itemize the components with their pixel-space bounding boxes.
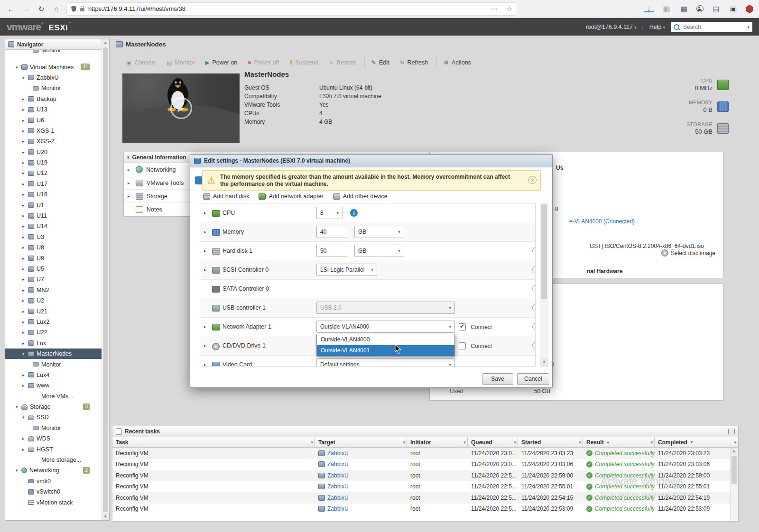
twisty-icon[interactable] [22,245,28,250]
column-filter-caret-icon[interactable]: ▾ [403,440,405,445]
target-link[interactable]: ZabbixU [327,472,349,479]
twisty-icon[interactable] [22,150,28,155]
sidebar-item[interactable]: Backup [5,94,102,104]
expand-icon[interactable] [128,194,132,199]
sidebar-item[interactable]: More storage... [5,455,102,465]
scroll-thumb[interactable] [541,204,547,299]
sidebar-item[interactable]: Networking 2 [5,465,102,476]
task-row[interactable]: Reconfig VM ZabbixU root 11/24/2020 23:0… [112,459,738,470]
hard-disk-unit-select[interactable]: GB▾ [354,245,404,257]
tasks-scrollbar[interactable]: ▲ [730,448,738,521]
address-bar[interactable]: https://176.9.4.117/ui/#/host/vms/38 ⋯ ☆ [66,2,517,16]
twisty-icon[interactable] [22,341,28,346]
dialog-title-bar[interactable]: Edit settings - MasterNodes (ESXi 7.0 vi… [190,155,552,167]
cpu-info-icon[interactable]: i [350,209,358,217]
forward-icon[interactable]: → [21,5,31,13]
scroll-down-icon[interactable]: ▼ [540,358,548,366]
add-device-button[interactable]: Add hard disk [203,193,249,200]
toolbar-button[interactable]: Edit [364,57,394,68]
column-filter-caret-icon[interactable]: ▾ [650,440,653,445]
expand-icon[interactable] [128,181,132,185]
sidebar-item[interactable]: U19 [5,157,102,168]
sidebar-item[interactable]: U14 [5,221,102,231]
dismiss-warning-icon[interactable]: × [528,176,537,184]
twisty-icon[interactable] [22,118,28,123]
tasks-column-header[interactable]: Initiator ▾ [407,437,468,448]
sidebar-item[interactable]: XGS-2 [5,136,102,147]
sidebar-item[interactable]: MN2 [5,285,102,295]
tasks-column-header[interactable]: Task ▾ [112,437,315,448]
twisty-icon[interactable] [16,404,21,409]
sidebar-item[interactable]: Lux [5,338,102,349]
reader-icon[interactable]: ▤ [711,5,721,13]
twisty-icon[interactable] [22,277,28,282]
twisty-icon[interactable] [22,447,28,452]
sidebar-item-monitor-cut[interactable]: Monitor [5,50,102,55]
twisty-icon[interactable] [22,97,28,101]
sidebar-item[interactable]: ZabbixU [5,73,102,83]
sidebar-item[interactable]: SSD [5,412,102,422]
expand-cpu-icon[interactable] [204,211,206,215]
sidebar-icon[interactable]: ▦ [679,5,689,13]
dialog-scrollbar[interactable]: ▼ [540,203,548,367]
sidebar-item[interactable]: U7 [5,274,102,284]
tasks-column-header[interactable]: Queued ▾ [468,437,518,448]
twisty-icon[interactable] [22,266,28,271]
remove-usb-icon[interactable]: × [532,304,536,312]
toolbar-button[interactable]: Power on [200,57,242,68]
task-row[interactable]: Reconfig VM ZabbixU root 11/24/2020 22:5… [112,492,738,504]
tasks-column-header[interactable]: Started ▾ [518,437,583,448]
column-filter-caret-icon[interactable]: ▾ [734,440,736,445]
tasks-column-header[interactable]: Result ▾ [583,437,655,448]
target-link[interactable]: ZabbixU [327,450,349,457]
twisty-icon[interactable] [22,160,28,165]
sidebar-item[interactable]: U16 [5,189,102,200]
library-icon[interactable]: ▥ [661,5,672,13]
twisty-icon[interactable] [22,298,28,303]
play-overlay-icon[interactable]: ▶ [170,97,192,119]
twisty-icon[interactable] [22,256,28,261]
network-portgroup-select[interactable]: Outside-VLAN4000▾ [316,321,455,333]
sidebar-item[interactable]: U8 [5,242,102,253]
search-input[interactable] [682,23,744,31]
expand-icon[interactable] [128,167,132,172]
sidebar-item[interactable]: U2 [5,295,102,306]
sidebar-item[interactable]: U11 [5,211,102,221]
toolbar-button[interactable]: Monitor [162,57,199,68]
collapse-icon[interactable]: ▾ [127,155,130,160]
home-icon[interactable]: ⌂ [51,5,62,13]
sidebar-item[interactable]: XGS-1 [5,126,102,136]
expand-hard-disk-icon[interactable] [204,248,206,253]
bookmark-star-icon[interactable]: ☆ [507,5,512,12]
twisty-icon[interactable] [22,128,28,133]
expand-network-icon[interactable] [204,324,206,329]
twisty-icon[interactable] [22,415,28,420]
sidebar-item[interactable]: U3 [5,232,102,242]
sidebar-item[interactable]: Monitor [5,423,102,433]
cancel-button[interactable]: Cancel [517,373,549,385]
scroll-thumb[interactable] [103,47,108,512]
screenshot-icon[interactable]: ▣ [728,5,739,13]
expand-scsi-icon[interactable] [204,267,206,272]
sidebar-item[interactable]: U9 [5,253,102,263]
twisty-icon[interactable] [22,373,28,377]
column-filter-caret-icon[interactable]: ▾ [463,440,466,445]
select-disc-image-button[interactable]: Select disc image [661,249,715,257]
toolbar-button[interactable]: Refresh [395,57,433,68]
connect-checkbox[interactable] [459,323,466,330]
twisty-icon[interactable] [22,203,28,208]
sidebar-item[interactable]: Lux4 [5,370,102,380]
downloads-icon[interactable]: ↓ [644,6,654,12]
expand-cd-icon[interactable] [204,343,206,348]
sidebar-item[interactable]: www [5,380,102,391]
tasks-column-header[interactable]: Target ▾ [315,437,407,448]
sidebar-item[interactable]: Virtual Machines 34 [5,62,102,72]
navigator-scrollbar[interactable]: ▲ ▼ [102,39,109,520]
memory-size-input[interactable] [316,226,347,238]
twisty-icon[interactable] [22,235,28,239]
toolbar-button[interactable]: Console [121,57,161,68]
twisty-icon[interactable] [16,468,21,473]
twisty-icon[interactable] [22,192,28,197]
twisty-icon[interactable] [22,330,28,335]
twisty-icon[interactable] [22,213,28,218]
